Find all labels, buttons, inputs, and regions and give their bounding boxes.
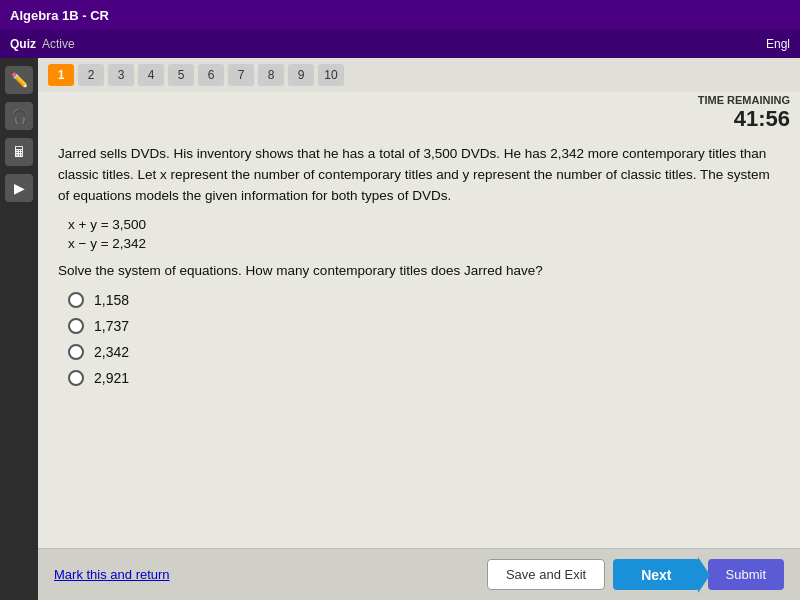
answer-options: 1,158 1,737 2,342 2,921 bbox=[68, 292, 780, 386]
q-num-5[interactable]: 5 bbox=[168, 64, 194, 86]
q-num-10[interactable]: 10 bbox=[318, 64, 344, 86]
q-num-9[interactable]: 9 bbox=[288, 64, 314, 86]
q-num-4[interactable]: 4 bbox=[138, 64, 164, 86]
question-content: Jarred sells DVDs. His inventory shows t… bbox=[38, 132, 800, 548]
radio-1[interactable] bbox=[68, 292, 84, 308]
submit-button[interactable]: Submit bbox=[708, 559, 784, 590]
bottom-buttons: Save and Exit Next Submit bbox=[487, 559, 784, 590]
option-3[interactable]: 2,342 bbox=[68, 344, 780, 360]
radio-3[interactable] bbox=[68, 344, 84, 360]
q-num-3[interactable]: 3 bbox=[108, 64, 134, 86]
main-container: ✏️ 🎧 🖩 ▶ 1 2 3 4 5 6 7 8 9 10 TIME REMAI… bbox=[0, 58, 800, 600]
second-bar: Quiz Active Engl bbox=[0, 30, 800, 58]
q-num-1[interactable]: 1 bbox=[48, 64, 74, 86]
sidebar-nav-icon[interactable]: ▶ bbox=[5, 174, 33, 202]
radio-4[interactable] bbox=[68, 370, 84, 386]
save-exit-button[interactable]: Save and Exit bbox=[487, 559, 605, 590]
q-num-8[interactable]: 8 bbox=[258, 64, 284, 86]
timer-bar: TIME REMAINING 41:56 bbox=[38, 92, 800, 132]
q-num-7[interactable]: 7 bbox=[228, 64, 254, 86]
equation-1: x + y = 3,500 bbox=[68, 217, 780, 232]
next-button[interactable]: Next bbox=[613, 559, 699, 590]
bottom-bar: Mark this and return Save and Exit Next … bbox=[38, 548, 800, 600]
time-value: 41:56 bbox=[48, 106, 790, 132]
quiz-label: Quiz bbox=[10, 37, 36, 51]
sidebar-headphone-icon[interactable]: 🎧 bbox=[5, 102, 33, 130]
content-area: 1 2 3 4 5 6 7 8 9 10 TIME REMAINING 41:5… bbox=[38, 58, 800, 600]
q-num-6[interactable]: 6 bbox=[198, 64, 224, 86]
option-label-4: 2,921 bbox=[94, 370, 129, 386]
question-text: Jarred sells DVDs. His inventory shows t… bbox=[58, 144, 780, 207]
status-label: Active bbox=[42, 37, 75, 51]
sidebar-edit-icon[interactable]: ✏️ bbox=[5, 66, 33, 94]
option-4[interactable]: 2,921 bbox=[68, 370, 780, 386]
q-num-2[interactable]: 2 bbox=[78, 64, 104, 86]
option-label-2: 1,737 bbox=[94, 318, 129, 334]
sidebar-calc-icon[interactable]: 🖩 bbox=[5, 138, 33, 166]
option-2[interactable]: 1,737 bbox=[68, 318, 780, 334]
eng-label: Engl bbox=[766, 37, 790, 51]
option-label-3: 2,342 bbox=[94, 344, 129, 360]
mark-return-link[interactable]: Mark this and return bbox=[54, 567, 170, 582]
equation-2: x − y = 2,342 bbox=[68, 236, 780, 251]
time-remaining-label: TIME REMAINING bbox=[48, 94, 790, 106]
question-nav: 1 2 3 4 5 6 7 8 9 10 bbox=[38, 58, 800, 92]
option-label-1: 1,158 bbox=[94, 292, 129, 308]
top-bar: Algebra 1B - CR bbox=[0, 0, 800, 30]
option-1[interactable]: 1,158 bbox=[68, 292, 780, 308]
sidebar: ✏️ 🎧 🖩 ▶ bbox=[0, 58, 38, 600]
solve-text: Solve the system of equations. How many … bbox=[58, 263, 780, 278]
radio-2[interactable] bbox=[68, 318, 84, 334]
app-title: Algebra 1B - CR bbox=[10, 8, 109, 23]
